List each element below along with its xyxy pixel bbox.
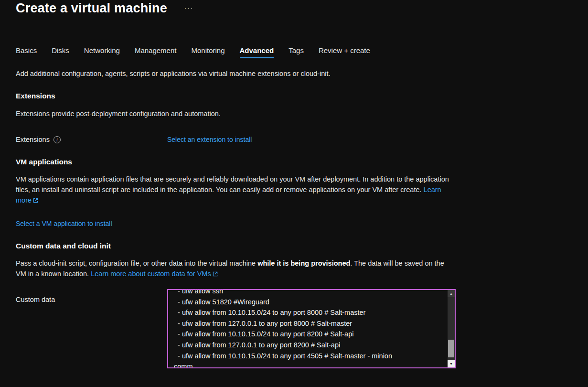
tab-advanced[interactable]: Advanced	[240, 46, 274, 58]
select-vm-application-link[interactable]: Select a VM application to install	[16, 220, 112, 227]
learn-more-custom-data-label: Learn more about custom data for VMs	[91, 270, 211, 278]
tab-monitoring[interactable]: Monitoring	[191, 46, 225, 58]
custom-data-heading: Custom data and cloud init	[16, 242, 569, 250]
tab-tags[interactable]: Tags	[289, 46, 304, 58]
more-options-icon[interactable]: ···	[184, 4, 193, 11]
extensions-field-row: Extensions i Select an extension to inst…	[16, 136, 569, 143]
custom-data-field-label: Custom data	[16, 289, 167, 303]
wizard-tab-bar: Basics Disks Networking Management Monit…	[16, 46, 569, 58]
extensions-heading: Extensions	[16, 92, 569, 100]
tab-basics[interactable]: Basics	[16, 46, 37, 58]
vm-applications-heading: VM applications	[16, 158, 569, 166]
custom-data-line: comm	[174, 361, 447, 368]
tab-networking[interactable]: Networking	[84, 46, 120, 58]
custom-data-line: - ufw allow 51820 #Wireguard	[174, 297, 447, 308]
custom-data-description-prefix: Pass a cloud-init script, configuration …	[16, 259, 257, 267]
scroll-down-icon[interactable]: ▼	[448, 360, 455, 367]
custom-data-description-bold: while it is being provisioned	[257, 259, 350, 267]
custom-data-line: - ufw allow from 127.0.0.1 to any port 8…	[174, 318, 447, 329]
select-vm-application-row: Select a VM application to install	[16, 220, 569, 227]
custom-data-field-row: Custom data - ufw allow ssh - ufw allow …	[16, 289, 569, 368]
external-link-icon	[213, 271, 218, 277]
tab-disks[interactable]: Disks	[52, 46, 69, 58]
scroll-up-icon[interactable]: ▲	[448, 290, 455, 297]
vm-applications-description: VM applications contain application file…	[16, 174, 455, 205]
custom-data-content: - ufw allow ssh - ufw allow 51820 #Wireg…	[168, 289, 447, 368]
custom-data-line: - ufw allow from 127.0.0.1 to any port 8…	[174, 340, 447, 351]
custom-data-line: - ufw allow from 10.10.15.0/24 to any po…	[174, 307, 447, 318]
custom-data-description: Pass a cloud-init script, configuration …	[16, 258, 455, 279]
custom-data-line: - ufw allow from 10.10.15.0/24 to any po…	[174, 351, 447, 362]
extensions-description: Extensions provide post-deployment confi…	[16, 110, 569, 118]
external-link-icon	[33, 198, 38, 203]
custom-data-learn-more-link[interactable]: Learn more about custom data for VMs	[91, 270, 217, 278]
extensions-label-text: Extensions	[16, 136, 50, 143]
advanced-tab-intro: Add additional configuration, agents, sc…	[16, 70, 569, 77]
vm-applications-description-text: VM applications contain application file…	[16, 175, 449, 194]
custom-data-label-text: Custom data	[16, 296, 55, 303]
create-vm-advanced-page: Create a virtual machine ··· Basics Disk…	[0, 0, 588, 368]
extensions-field-label: Extensions i	[16, 136, 167, 143]
select-extension-link[interactable]: Select an extension to install	[167, 136, 252, 143]
custom-data-scrollbar[interactable]: ▲ ▼	[448, 290, 455, 367]
tab-management[interactable]: Management	[135, 46, 177, 58]
page-title: Create a virtual machine	[16, 1, 167, 16]
custom-data-line: - ufw allow from 10.10.15.0/24 to any po…	[174, 329, 447, 340]
page-header: Create a virtual machine ···	[16, 1, 569, 16]
custom-data-line: - ufw allow ssh	[174, 289, 447, 297]
info-icon[interactable]: i	[53, 136, 61, 143]
custom-data-textarea[interactable]: - ufw allow ssh - ufw allow 51820 #Wireg…	[167, 289, 456, 368]
tab-review-create[interactable]: Review + create	[319, 46, 370, 58]
scrollbar-thumb[interactable]	[448, 340, 454, 357]
